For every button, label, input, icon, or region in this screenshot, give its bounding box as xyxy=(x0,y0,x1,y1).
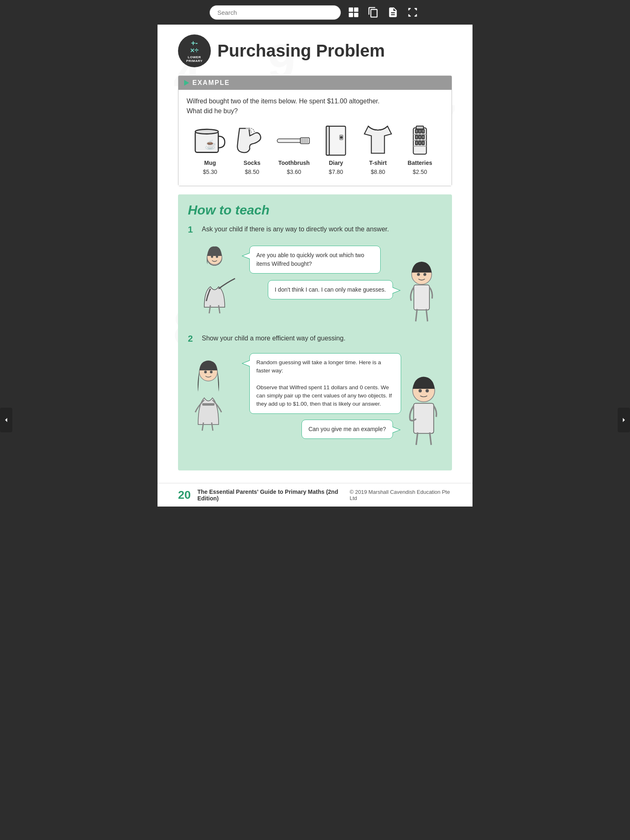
svg-rect-3 xyxy=(354,13,358,17)
example-header: EXAMPLE xyxy=(178,76,452,90)
batteries-icon xyxy=(402,124,438,157)
toothbrush-name: Toothbrush xyxy=(278,160,310,166)
items-row: ☕ Mug $5.30 xyxy=(187,124,443,179)
step-2-number: 2 xyxy=(188,333,198,344)
step-1-header: 1 Ask your child if there is any way to … xyxy=(188,224,442,235)
svg-point-35 xyxy=(216,256,218,258)
svg-rect-31 xyxy=(422,141,424,145)
svg-rect-23 xyxy=(415,129,418,133)
svg-point-5 xyxy=(195,129,218,134)
tshirt-price: $8.80 xyxy=(371,169,385,175)
svg-rect-47 xyxy=(202,403,215,406)
svg-point-41 xyxy=(424,273,426,276)
child-illustration-1 xyxy=(401,242,442,324)
step-1: 1 Ask your child if there is any way to … xyxy=(188,224,442,324)
example-box: EXAMPLE Wilfred bought two of the items … xyxy=(178,75,452,186)
step-1-number: 1 xyxy=(188,224,198,235)
svg-rect-25 xyxy=(422,129,424,133)
lower-primary-badge: +-×÷ LOWERPRIMARY xyxy=(178,34,211,67)
svg-rect-0 xyxy=(349,7,353,11)
expand-button[interactable] xyxy=(405,5,420,20)
svg-rect-30 xyxy=(419,141,421,145)
copyright-text: © 2019 Marshall Cavendish Education Pte … xyxy=(350,489,452,501)
svg-point-40 xyxy=(417,273,420,276)
item-mug: ☕ Mug $5.30 xyxy=(192,124,228,175)
svg-line-43 xyxy=(426,309,427,321)
example-body: Wilfred bought two of the items below. H… xyxy=(178,90,452,186)
step-1-conversation: Are you able to quickly work out which t… xyxy=(188,242,442,324)
svg-rect-8 xyxy=(300,138,310,144)
child-bubble-2: Can you give me an example? xyxy=(301,420,393,439)
svg-rect-38 xyxy=(414,285,429,310)
child-character-right-2 xyxy=(401,351,442,452)
grid-view-button[interactable] xyxy=(346,5,361,20)
page-number: 20 xyxy=(178,488,191,502)
svg-rect-28 xyxy=(422,135,424,139)
child-bubble-1: I don't think I can. I can only make gue… xyxy=(268,280,393,299)
step-2-bubbles: Random guessing will take a longer time.… xyxy=(241,351,401,452)
diary-name: Diary xyxy=(329,160,343,166)
mug-price: $5.30 xyxy=(203,169,217,175)
toothbrush-price: $3.60 xyxy=(287,169,301,175)
main-page: 4 9 7 3 8 5 +-×÷ LOWERPRIMARY Purchasing… xyxy=(158,25,472,483)
footer-left: 20 The Essential Parents' Guide to Prima… xyxy=(178,488,350,502)
svg-rect-15 xyxy=(326,126,330,155)
topbar-icons xyxy=(346,5,420,20)
example-label: EXAMPLE xyxy=(192,79,230,87)
toothbrush-icon xyxy=(276,124,313,157)
item-diary: Diary $7.80 xyxy=(317,124,354,175)
mug-icon: ☕ xyxy=(192,124,228,157)
svg-rect-24 xyxy=(419,129,421,133)
socks-icon xyxy=(233,124,270,157)
teacher-character-left-2 xyxy=(188,351,241,452)
item-batteries: Batteries $2.50 xyxy=(402,124,438,175)
svg-point-34 xyxy=(211,256,213,258)
tshirt-name: T-shirt xyxy=(369,160,387,166)
teacher-illustration-2 xyxy=(188,351,233,433)
step-2-text: Show your child a more efficient way of … xyxy=(202,333,345,343)
batteries-price: $2.50 xyxy=(413,169,427,175)
svg-line-55 xyxy=(430,432,431,445)
document-button[interactable] xyxy=(385,5,401,20)
teacher-bubble-2: Random guessing will take a longer time.… xyxy=(249,353,401,414)
batteries-name: Batteries xyxy=(408,160,432,166)
search-box[interactable] xyxy=(210,5,341,20)
how-to-teach-section: How to teach 1 Ask your child if there i… xyxy=(178,194,452,470)
diary-icon xyxy=(317,124,354,157)
teacher-bubble-1: Are you able to quickly work out which t… xyxy=(249,246,381,274)
step-1-text: Ask your child if there is any way to di… xyxy=(202,224,389,234)
svg-point-53 xyxy=(426,390,428,392)
tshirt-icon xyxy=(359,124,396,157)
page-title: Purchasing Problem xyxy=(217,41,385,61)
copy-button[interactable] xyxy=(365,5,381,20)
svg-rect-2 xyxy=(349,13,353,17)
svg-rect-50 xyxy=(414,403,434,433)
step-2: 2 Show your child a more efficient way o… xyxy=(188,333,442,452)
svg-rect-19 xyxy=(416,126,424,129)
item-tshirt: T-shirt $8.80 xyxy=(359,124,396,175)
badge-label: LOWERPRIMARY xyxy=(186,55,203,63)
mug-name: Mug xyxy=(204,160,216,166)
svg-line-42 xyxy=(416,309,417,321)
teacher-illustration xyxy=(192,242,237,315)
step-2-header: 2 Show your child a more efficient way o… xyxy=(188,333,442,344)
svg-point-52 xyxy=(419,390,421,392)
svg-text:☕: ☕ xyxy=(205,139,217,150)
step-1-bubbles: Are you able to quickly work out which t… xyxy=(241,242,401,304)
example-text: Wilfred bought two of the items below. H… xyxy=(187,96,443,116)
play-triangle-icon xyxy=(184,80,189,86)
item-toothbrush: Toothbrush $3.60 xyxy=(276,124,313,175)
svg-rect-26 xyxy=(415,135,418,139)
search-input[interactable] xyxy=(217,9,333,16)
svg-rect-27 xyxy=(419,135,421,139)
socks-price: $8.50 xyxy=(245,169,259,175)
book-title: The Essential Parents' Guide to Primary … xyxy=(197,488,349,502)
teacher-character-left xyxy=(188,242,241,315)
socks-name: Socks xyxy=(244,160,260,166)
child-character-right xyxy=(401,242,442,324)
child-illustration-2 xyxy=(401,351,446,451)
math-symbols-icon: +-×÷ xyxy=(190,39,199,54)
step-2-conversation: Random guessing will take a longer time.… xyxy=(188,351,442,452)
svg-rect-29 xyxy=(415,141,418,145)
item-socks: Socks $8.50 xyxy=(233,124,270,175)
